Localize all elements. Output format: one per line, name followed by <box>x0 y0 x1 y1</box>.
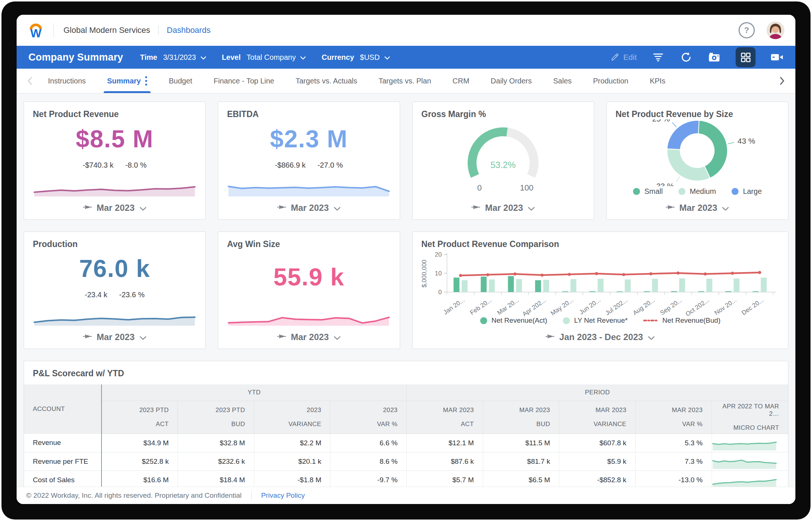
col-header-account: ACCOUNT <box>24 384 102 434</box>
legend-dot <box>480 317 487 324</box>
period-selector[interactable]: Mar 2023 <box>218 326 399 349</box>
legend-item-net-revenue-act-: Net Revenue(Act) <box>480 316 547 325</box>
grid-icon <box>741 52 751 62</box>
svg-text:$,000,000: $,000,000 <box>421 260 428 288</box>
svg-text:Nov 20...: Nov 20... <box>713 297 738 317</box>
grid-view-button[interactable] <box>736 47 756 67</box>
filter-button[interactable] <box>651 51 665 64</box>
card-title: Gross Margin % <box>413 102 594 119</box>
level-selector[interactable]: Level Total Company <box>222 53 306 62</box>
tab-label: Summary <box>107 77 141 85</box>
tab-finance-top-line[interactable]: Finance - Top Line <box>203 69 285 93</box>
tab-targets-vs-actuals[interactable]: Targets vs. Actuals <box>285 69 368 93</box>
micro-chart-cell <box>712 452 788 471</box>
avatar[interactable] <box>767 21 784 39</box>
tab-crm[interactable]: CRM <box>442 69 480 93</box>
donut-chart: 43 %33 %25 % <box>607 119 788 186</box>
chevron-down-icon <box>334 332 341 342</box>
table-row: Revenue per FTE$252.8 k$232.6 k$20.1 k8.… <box>24 452 788 471</box>
chevron-down-icon <box>200 53 206 62</box>
tab-list: InstructionsSummaryBudgetFinance - Top L… <box>37 69 775 93</box>
tab-targets-vs-plan[interactable]: Targets vs. Plan <box>368 69 442 93</box>
refresh-icon <box>681 52 692 63</box>
pin-icon <box>666 203 675 213</box>
tabs-scroll-left-button[interactable] <box>23 69 37 93</box>
pin-icon <box>277 332 286 342</box>
period-selector[interactable]: Mar 2023 <box>24 326 205 349</box>
card-gross-margin: Gross Margin % 53.2%0100 Mar 2023 <box>412 102 594 220</box>
snapshot-button[interactable] <box>708 51 721 64</box>
value-cell: $12.1 M <box>407 434 483 452</box>
card-title: P&L Scorecard w/ YTD <box>24 361 788 384</box>
filter-icon <box>653 52 664 62</box>
legend-dot <box>732 188 739 195</box>
chevron-down-icon <box>300 53 306 62</box>
card-title: Net Product Revenue by Size <box>607 102 788 119</box>
tab-summary[interactable]: Summary <box>96 69 158 93</box>
tab-instructions[interactable]: Instructions <box>37 69 96 93</box>
tabs-scroll-right-button[interactable] <box>775 69 789 93</box>
card-title: EBITDA <box>218 102 399 119</box>
svg-text:0: 0 <box>477 183 482 192</box>
col-header: MAR 2023VARIANCE <box>559 401 636 434</box>
tab-sales[interactable]: Sales <box>543 69 582 93</box>
divider <box>251 491 252 500</box>
chevron-down-icon <box>140 203 147 213</box>
currency-selector[interactable]: Currency $USD <box>321 53 390 62</box>
tab-kpis[interactable]: KPIs <box>639 69 676 93</box>
legend-item-small: Small <box>633 187 663 196</box>
col-header: 2023 PTDACT <box>102 401 178 434</box>
value-cell: -$1.8 M <box>254 471 330 487</box>
period-selector[interactable]: Mar 2023 <box>218 196 399 219</box>
chevron-down-icon <box>140 332 147 342</box>
video-button[interactable] <box>770 51 784 64</box>
col-header: MAR 2023VAR % <box>636 401 712 434</box>
col-header: MAR 2023ACT <box>407 401 483 434</box>
refresh-button[interactable] <box>679 51 693 64</box>
period-selector[interactable]: Mar 2023 <box>24 196 205 219</box>
kpi-value: $8.5 M <box>76 125 154 153</box>
period-selector[interactable]: Mar 2023 <box>413 196 594 219</box>
svg-text:Jan 20...: Jan 20... <box>442 297 466 316</box>
divider <box>158 25 159 35</box>
col-header: MAR 2023BUD <box>483 401 559 434</box>
kpi-delta: -$866.9 k-27.0 % <box>275 161 343 169</box>
legend-item-net-revenue-bud-: Net Revenue(Bud) <box>643 316 720 325</box>
edit-button[interactable]: Edit <box>610 52 637 62</box>
donut-legend: SmallMediumLarge <box>607 186 788 196</box>
period-selector[interactable]: Mar 2023 <box>607 196 788 219</box>
dashboards-link[interactable]: Dashboards <box>167 25 211 35</box>
tab-label: KPIs <box>650 77 665 85</box>
comparison-legend: Net Revenue(Act)LY Net Revenue*Net Reven… <box>413 315 788 326</box>
svg-text:53.2%: 53.2% <box>491 160 516 170</box>
period-selector[interactable]: Jan 2023 - Dec 2023 <box>413 326 788 349</box>
svg-text:0: 0 <box>438 289 442 296</box>
time-selector[interactable]: Time 3/31/2023 <box>140 53 206 62</box>
col-header: 2023VAR % <box>330 401 407 434</box>
card-revenue-by-size: Net Product Revenue by Size 43 %33 %25 %… <box>606 102 788 220</box>
privacy-policy-link[interactable]: Privacy Policy <box>261 491 305 500</box>
help-icon[interactable]: ? <box>739 22 755 38</box>
app-header: W Global Modern Services Dashboards ? <box>17 15 795 46</box>
svg-text:Jun 20...: Jun 20... <box>578 297 602 316</box>
tab-daily-orders[interactable]: Daily Orders <box>480 69 543 93</box>
tab-label: Production <box>593 77 629 85</box>
gauge-chart: 53.2%0100 <box>413 119 594 196</box>
tab-production[interactable]: Production <box>582 69 639 93</box>
card-production: Production 76.0 k -23.4 k-23.6 % Mar 202… <box>24 232 206 349</box>
tab-menu-kebab-icon[interactable] <box>145 76 147 86</box>
value-cell: $34.9 M <box>102 434 178 452</box>
tab-label: CRM <box>453 77 469 85</box>
legend-item-medium: Medium <box>678 187 716 196</box>
svg-text:Mar 20...: Mar 20... <box>496 297 520 316</box>
account-cell: Revenue per FTE <box>24 452 102 471</box>
value-cell: $18.4 M <box>178 471 254 487</box>
page-footer: © 2022 Workday, Inc. All rights reserved… <box>17 487 795 504</box>
kpi-value: $2.3 M <box>270 125 348 153</box>
tab-budget[interactable]: Budget <box>158 69 203 93</box>
value-cell: $87.6 k <box>407 452 483 471</box>
sparkline-chart <box>228 175 390 196</box>
workday-logo[interactable]: W <box>28 21 44 40</box>
chevron-down-icon <box>722 203 729 213</box>
chevron-down-icon <box>334 203 341 213</box>
